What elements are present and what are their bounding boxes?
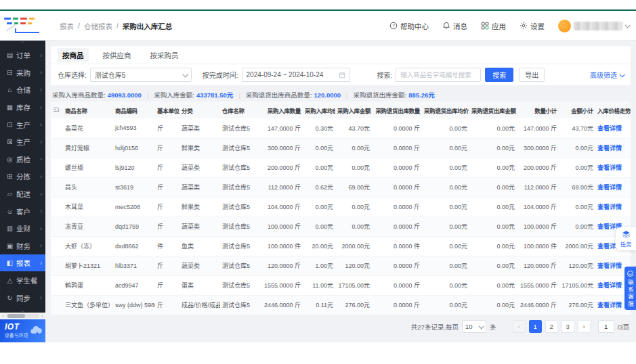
task-widget[interactable]: 任务 — [616, 227, 636, 250]
cell-product-code: lsj9120 — [113, 158, 155, 177]
next-page-button[interactable]: › — [578, 320, 591, 333]
horizontal-scrollbar[interactable]: ‹ › — [0, 313, 45, 319]
cell-return-out-qty: 0.0000 斤 — [372, 118, 422, 138]
sidebar-item-student-meal[interactable]: △学生餐 — [0, 272, 45, 289]
breadcrumb-separator: / — [78, 22, 80, 30]
summary-item: 采购退货出库商品数量:120.0000 — [246, 90, 341, 99]
cell-price-trend: 查看详情 — [595, 118, 631, 138]
cell-return-out-qty: 0.0000 件 — [372, 236, 422, 256]
sidebar-item-biz-finance[interactable]: ▥业财› — [0, 220, 45, 237]
sidebar-item-production[interactable]: ⊡生产› — [0, 116, 45, 133]
table-row: 三文鱼（多单位）swy (ddw) 5980斤成品/价格/成品测试仓库52446… — [51, 295, 631, 315]
cell-return-out-amount: 0.00元 — [469, 118, 517, 138]
sidebar: ⌃ ▤订单›⊟采购›⌂仓储›▦库存›⊡生产›⊠生产›◎质检›⊞分拣›▱配送›☺客… — [0, 41, 45, 313]
sidebar-item-inventory[interactable]: ▦库存› — [0, 99, 45, 116]
tab-by-supplier[interactable]: 按供应商 — [98, 48, 136, 62]
chevron-right-icon: › — [40, 191, 42, 198]
tab-by-product[interactable]: 按商品 — [58, 48, 89, 62]
sidebar-item-orders[interactable]: ▤订单› — [0, 47, 45, 64]
cell-amount-subtotal: 0.00元 — [559, 158, 595, 177]
cell-product-code: hlb3371 — [113, 256, 155, 275]
app-window: { "colors": { "accent": "#2e6bf6", "topl… — [0, 0, 636, 364]
col-header-product-code: 商品编码 — [113, 101, 155, 118]
sidebar-item-reports[interactable]: ◧报表› — [0, 254, 45, 271]
export-button[interactable]: 导出 — [519, 68, 545, 82]
row-icon-cell — [51, 197, 63, 217]
bell-icon — [442, 22, 450, 30]
view-details-link[interactable]: 查看详情 — [597, 282, 622, 289]
page-jump-input[interactable] — [598, 320, 614, 333]
summary-label: 采购退货出库金额: — [354, 91, 407, 99]
app-logo[interactable] — [0, 11, 54, 41]
sidebar-item-purchase[interactable]: ⊟采购› — [0, 64, 45, 81]
cell-purchase-in-amount: 0.00元 — [335, 217, 372, 236]
breadcrumb-item[interactable]: 仓储报表 — [84, 21, 112, 31]
sidebar-item-finance[interactable]: ▣财务› — [0, 237, 45, 254]
cell-product-code: acd9947 — [113, 275, 155, 295]
cell-purchase-in-avg-price: 0.00元 — [303, 158, 335, 177]
settings-button[interactable]: 设置 — [520, 21, 545, 31]
row-icon-cell — [51, 217, 63, 236]
scroll-left-icon[interactable]: ‹ — [0, 314, 6, 319]
logo-dash — [28, 22, 32, 24]
cell-return-out-amount: 0.00元 — [469, 275, 517, 295]
table-card: 商品名称商品编码基本单位分类仓库名称采购入库数量采购入库均价采购入库金额采购退货… — [51, 101, 631, 315]
search-input[interactable] — [396, 68, 481, 82]
page-button-1[interactable]: 1 — [529, 320, 542, 333]
cell-purchase-in-avg-price: 1.00元 — [303, 256, 335, 275]
chevron-right-icon: › — [40, 156, 42, 162]
sidebar-item-label: 学生餐 — [16, 275, 38, 286]
tab-by-purchaser[interactable]: 按采购员 — [146, 48, 184, 62]
view-details-link[interactable]: 查看详情 — [597, 302, 622, 309]
view-details-link[interactable]: 查看详情 — [597, 184, 622, 191]
cell-base-unit: 斤 — [155, 256, 179, 275]
prev-page-button[interactable]: ‹ — [513, 320, 526, 333]
page-button-2[interactable]: 2 — [545, 320, 558, 333]
logo-line — [15, 32, 39, 33]
per-page-select[interactable]: 10 — [462, 320, 486, 333]
search-button[interactable]: 搜索 — [485, 68, 513, 82]
sidebar-scroll-down-icon[interactable]: ⌄ — [0, 308, 45, 313]
col-header-return-out-amount: 采购退货出库金额 — [469, 101, 517, 118]
logo-dash — [20, 22, 26, 24]
scrollbar-thumb[interactable] — [7, 314, 25, 318]
sidebar-item-customer[interactable]: ☺客户› — [0, 203, 45, 220]
sidebar-item-delivery[interactable]: ▱配送› — [0, 185, 45, 202]
cell-product-name: 大虾（冻） — [63, 236, 113, 256]
warehouse-select[interactable]: 测试仓库5 — [90, 68, 192, 82]
cell-qty-subtotal: 300.0000 斤 — [517, 138, 559, 158]
cell-base-unit: 斤 — [155, 158, 179, 177]
scrollbar-track[interactable] — [6, 314, 39, 318]
cell-purchase-in-avg-price: 20.00元 — [303, 236, 335, 256]
user-menu[interactable] — [558, 20, 629, 32]
sidebar-item-quality[interactable]: ◎质检› — [0, 151, 45, 168]
advanced-filter-toggle[interactable]: 高级筛选 — [590, 70, 624, 80]
breadcrumb-item[interactable]: 报表 — [60, 21, 74, 31]
sidebar-item-storage[interactable]: ⌂仓储› — [0, 81, 45, 98]
apps-button[interactable]: 应用 — [481, 21, 506, 31]
sidebar-item-sync[interactable]: ↻同步› — [0, 290, 45, 306]
view-details-link[interactable]: 查看详情 — [597, 204, 622, 210]
delivery-icon: ▱ — [6, 190, 14, 198]
sidebar-item-sorting[interactable]: ⊞分拣› — [0, 168, 45, 185]
sidebar-item-production-2[interactable]: ⊠生产› — [0, 133, 45, 150]
view-details-link[interactable]: 查看详情 — [597, 263, 622, 269]
cloud-icon — [30, 325, 43, 336]
view-details-link[interactable]: 查看详情 — [597, 145, 622, 152]
date-range-picker[interactable]: 2024-09-24 ~ 2024-10-24 — [242, 68, 350, 82]
settings-label: 设置 — [530, 21, 545, 31]
col-header-row-icon[interactable] — [51, 101, 63, 118]
cell-category: 蔬菜类 — [179, 177, 220, 197]
layers-icon — [622, 230, 631, 239]
contact-service-widget[interactable]: 联系客服 — [624, 267, 636, 310]
view-details-link[interactable]: 查看详情 — [597, 164, 622, 171]
sidebar-scroll-up-icon[interactable]: ⌃ — [0, 41, 45, 45]
help-center-button[interactable]: ? 帮助中心 — [389, 21, 429, 31]
student-meal-icon: △ — [6, 277, 14, 284]
view-details-link[interactable]: 查看详情 — [597, 125, 622, 132]
messages-button[interactable]: 消息 — [442, 21, 467, 31]
page-button-3[interactable]: 3 — [561, 320, 574, 333]
cell-amount-subtotal: 276.00元 — [559, 295, 595, 315]
scroll-right-icon[interactable]: › — [39, 314, 45, 319]
iot-banner[interactable]: IOT 设备与环境 — [0, 319, 45, 342]
